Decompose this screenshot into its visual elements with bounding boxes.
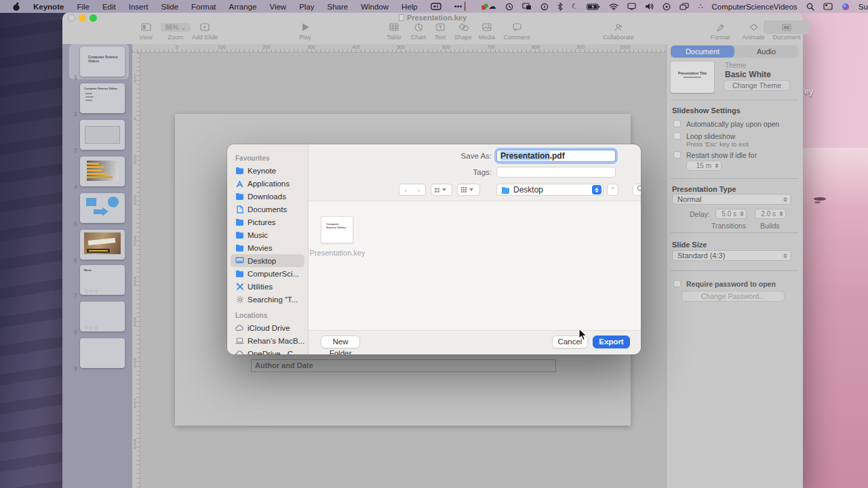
- location-dropdown[interactable]: Desktop: [496, 184, 604, 196]
- forward-chevron-icon[interactable]: ›: [412, 184, 425, 195]
- slide-thumbnail-row-8[interactable]: 8: [62, 302, 132, 337]
- menu-help[interactable]: Help: [401, 3, 418, 11]
- apple-menu-icon[interactable]: [12, 0, 20, 13]
- presentation-type-select[interactable]: Normal: [672, 194, 791, 205]
- slide-5-thumbnail[interactable]: [80, 193, 125, 223]
- toolbar-text-button[interactable]: Text: [430, 22, 450, 41]
- toolbar-table-button[interactable]: Table: [382, 22, 406, 41]
- back-chevron-icon[interactable]: ‹: [399, 184, 412, 195]
- save-as-input[interactable]: Presentation.pdf: [496, 150, 616, 162]
- tab-document[interactable]: Document: [671, 45, 734, 58]
- menu-edit[interactable]: Edit: [102, 3, 116, 11]
- slide-thumbnail-row-3[interactable]: 3: [62, 120, 132, 155]
- toolbar-add-slide-button[interactable]: Add Slide: [188, 22, 222, 41]
- volume-icon[interactable]: [645, 0, 654, 13]
- menu-file[interactable]: File: [77, 3, 90, 11]
- zoom-value[interactable]: 86% ⌄: [161, 23, 190, 32]
- sidebar-item-macbook[interactable]: Rehan’s MacB...: [231, 334, 304, 347]
- clock-status-icon[interactable]: [505, 0, 513, 13]
- toolbar-play-button[interactable]: Play: [293, 22, 317, 41]
- group-view-dropdown[interactable]: [457, 184, 480, 196]
- slide-7-thumbnail[interactable]: Music: [80, 265, 125, 295]
- screen-mirroring-icon[interactable]: [522, 0, 532, 13]
- sidebar-item-onedrive[interactable]: OneDrive - C...: [231, 347, 304, 354]
- colored-app-status-icon[interactable]: [481, 0, 489, 13]
- menu-insert[interactable]: Insert: [129, 3, 149, 11]
- slide-9-thumbnail[interactable]: [80, 338, 125, 368]
- file-browser-area[interactable]: Computer Science Videos Presentation.key: [309, 201, 641, 330]
- sidebar-item-movies[interactable]: Movies: [231, 241, 304, 254]
- battery-icon[interactable]: [587, 0, 600, 13]
- slide-thumbnail-row-9[interactable]: 9: [62, 338, 132, 373]
- tags-input[interactable]: [496, 167, 616, 178]
- search-field[interactable]: [632, 184, 641, 196]
- menu-app-name[interactable]: Keynote: [33, 3, 64, 11]
- info-status-icon[interactable]: [540, 0, 549, 13]
- control-center-icon[interactable]: [823, 0, 833, 13]
- toolbar-animate-button[interactable]: Animate: [738, 22, 769, 41]
- toolbar-view-button[interactable]: View: [136, 22, 156, 41]
- sidebar-item-downloads[interactable]: Downloads: [231, 190, 304, 203]
- builds-delay-stepper[interactable]: 2.0 s: [755, 209, 786, 219]
- siri-icon[interactable]: [842, 0, 850, 13]
- menu-format[interactable]: Format: [191, 3, 216, 11]
- nav-back-forward[interactable]: ‹›: [399, 184, 426, 196]
- slide-thumbnail-row-7[interactable]: 7 Music: [62, 265, 132, 300]
- loop-slideshow-checkbox[interactable]: [673, 132, 681, 140]
- slide-2-thumbnail[interactable]: Computer Science Videos: [80, 83, 125, 113]
- display-status-icon[interactable]: [627, 0, 636, 13]
- sidebar-item-applications[interactable]: Applications: [231, 177, 304, 190]
- toolbar-document-button[interactable]: Document: [769, 22, 804, 41]
- stage-manager-icon[interactable]: [679, 0, 689, 13]
- screen-record-icon[interactable]: [431, 0, 441, 13]
- bluetooth-icon[interactable]: [557, 0, 563, 13]
- menu-clock[interactable]: Sun 21:26:15: [859, 3, 868, 11]
- wifi-icon[interactable]: [609, 0, 618, 13]
- slide-1-thumbnail[interactable]: Computer Science Videos: [80, 47, 125, 77]
- restart-idle-checkbox[interactable]: [673, 151, 681, 159]
- file-presentation-key-name[interactable]: Presentation.key: [309, 249, 366, 257]
- toolbar-shape-button[interactable]: Shape: [450, 22, 476, 41]
- idle-minutes-stepper[interactable]: 15 m: [686, 161, 722, 171]
- auto-play-checkbox[interactable]: [673, 120, 681, 127]
- file-presentation-key-thumbnail[interactable]: Computer Science Videos: [321, 216, 353, 243]
- slide-thumbnail-row-2[interactable]: 2 Computer Science Videos: [62, 83, 132, 119]
- cloud-status-icon[interactable]: ☁: [489, 0, 496, 13]
- play-circle-status-icon[interactable]: [663, 0, 671, 13]
- sidebar-item-pictures[interactable]: Pictures: [231, 216, 304, 228]
- more-status-icon[interactable]: •••⎪: [454, 0, 468, 13]
- parent-folder-button[interactable]: ⌃: [607, 184, 618, 196]
- toolbar-comment-button[interactable]: Comment: [499, 22, 534, 41]
- change-theme-button[interactable]: Change Theme: [724, 80, 790, 91]
- slide-8-thumbnail[interactable]: [80, 302, 125, 331]
- slide-4-thumbnail[interactable]: [80, 157, 125, 186]
- menu-play[interactable]: Play: [299, 3, 314, 11]
- window-title-bar[interactable]: Presentation.key: [62, 12, 803, 22]
- spotlight-search-icon[interactable]: [806, 0, 814, 13]
- new-folder-button[interactable]: New Folder: [321, 336, 360, 348]
- slide-6-thumbnail[interactable]: [80, 230, 125, 260]
- slide-3-thumbnail[interactable]: [80, 120, 125, 150]
- focus-moon-icon[interactable]: ☾: [572, 0, 578, 13]
- status-account-text[interactable]: ComputerScienceVideos: [711, 3, 797, 11]
- change-password-button[interactable]: Change Password...: [682, 291, 785, 302]
- menu-share[interactable]: Share: [328, 3, 349, 11]
- menu-slide[interactable]: Slide: [161, 3, 179, 11]
- menu-arrange[interactable]: Arrange: [229, 3, 257, 11]
- author-date-placeholder[interactable]: Author and Date: [251, 359, 556, 372]
- slide-thumbnail-row-1[interactable]: 1 Computer Science Videos: [62, 47, 132, 82]
- transitions-delay-stepper[interactable]: 5.0 s: [715, 209, 747, 219]
- require-password-checkbox[interactable]: [673, 280, 681, 287]
- menu-window[interactable]: Window: [361, 3, 389, 11]
- toolbar-format-button[interactable]: Format: [707, 22, 734, 41]
- icon-view-dropdown[interactable]: [431, 184, 452, 196]
- sidebar-item-searching[interactable]: Searching “T...: [231, 293, 304, 306]
- dots-grid-status-icon[interactable]: ∴: [698, 0, 703, 13]
- slide-thumbnail-row-5[interactable]: 5: [62, 193, 132, 228]
- sidebar-item-music[interactable]: Music: [231, 228, 304, 241]
- sidebar-item-icloud-drive[interactable]: iCloud Drive: [231, 321, 304, 334]
- sidebar-item-utilities[interactable]: Utilities: [231, 280, 304, 293]
- sidebar-item-documents[interactable]: Documents: [231, 203, 304, 216]
- slide-thumbnail-row-4[interactable]: 4: [62, 157, 132, 192]
- tab-audio[interactable]: Audio: [734, 45, 798, 58]
